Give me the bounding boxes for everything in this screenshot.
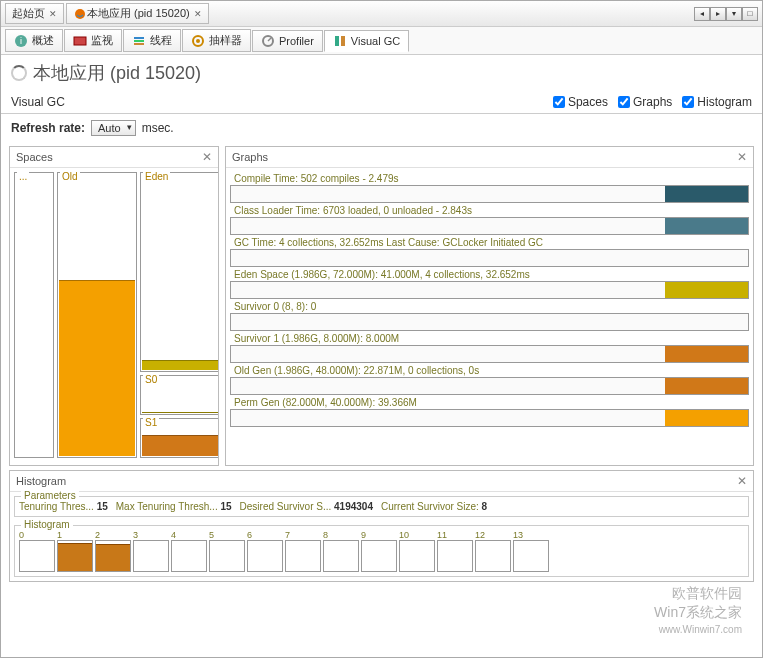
graph-label: GC Time: 4 collections, 32.652ms Last Ca… xyxy=(230,236,749,249)
histogram-bar: 1 xyxy=(57,530,93,572)
histogram-bar-label: 0 xyxy=(19,530,55,540)
group-label: Histogram xyxy=(21,519,73,530)
tab-label: 本地应用 (pid 15020) xyxy=(87,6,190,21)
check-label: Histogram xyxy=(697,95,752,109)
subtab-threads[interactable]: 线程 xyxy=(123,29,181,52)
histogram-bar-box xyxy=(57,540,93,572)
histogram-bar: 10 xyxy=(399,530,435,572)
param-item: Current Survivor Size: 8 xyxy=(381,501,487,512)
checkbox[interactable] xyxy=(682,96,694,108)
threads-icon xyxy=(132,34,146,48)
tab-label: 起始页 xyxy=(12,6,45,21)
tab-local-app[interactable]: 本地应用 (pid 15020) ✕ xyxy=(66,3,209,24)
refresh-label: Refresh rate: xyxy=(11,121,85,135)
next-button[interactable]: ▸ xyxy=(710,7,726,21)
subtab-overview[interactable]: i概述 xyxy=(5,29,63,52)
graph-bar xyxy=(230,313,749,331)
histogram-bar: 5 xyxy=(209,530,245,572)
svg-text:i: i xyxy=(20,36,22,46)
space-perm: ... xyxy=(14,172,54,458)
graph-bar xyxy=(230,377,749,395)
space-label: Eden xyxy=(143,171,170,182)
histogram-bar-fill xyxy=(96,544,130,571)
histogram-bar: 2 xyxy=(95,530,131,572)
check-label: Spaces xyxy=(568,95,608,109)
minimize-button[interactable]: ▾ xyxy=(726,7,742,21)
histogram-bar-box xyxy=(95,540,131,572)
monitor-icon xyxy=(73,34,87,48)
subtab-sampler[interactable]: 抽样器 xyxy=(182,29,251,52)
group-label: Parameters xyxy=(21,490,79,501)
close-icon[interactable]: ✕ xyxy=(49,9,57,19)
svg-rect-3 xyxy=(74,37,86,45)
close-icon[interactable]: ✕ xyxy=(194,9,202,19)
histogram-bar-label: 7 xyxy=(285,530,321,540)
sampler-icon xyxy=(191,34,205,48)
sub-tab-bar: i概述 监视 线程 抽样器 Profiler Visual GC xyxy=(1,27,762,55)
histogram-bar-box xyxy=(361,540,397,572)
graph-label: Survivor 0 (8, 8): 0 xyxy=(230,300,749,313)
histogram-bar: 3 xyxy=(133,530,169,572)
histogram-bar-label: 9 xyxy=(361,530,397,540)
prev-button[interactable]: ◂ xyxy=(694,7,710,21)
subtab-monitor[interactable]: 监视 xyxy=(64,29,122,52)
refresh-dropdown[interactable]: Auto xyxy=(91,120,136,136)
panel-title: Histogram xyxy=(16,475,66,487)
checkbox[interactable] xyxy=(553,96,565,108)
histogram-bar-label: 13 xyxy=(513,530,549,540)
param-item: Desired Survivor S... 4194304 xyxy=(240,501,373,512)
svg-rect-11 xyxy=(335,36,339,46)
check-graphs[interactable]: Graphs xyxy=(618,95,672,109)
close-icon[interactable]: ✕ xyxy=(737,150,747,164)
histogram-bar-box xyxy=(133,540,169,572)
subtab-label: Visual GC xyxy=(351,35,400,47)
histogram-bar-box xyxy=(285,540,321,572)
graph-label: Survivor 1 (1.986G, 8.000M): 8.000M xyxy=(230,332,749,345)
histogram-bar-label: 1 xyxy=(57,530,93,540)
checkbox[interactable] xyxy=(618,96,630,108)
space-label: S0 xyxy=(143,374,159,385)
histogram-bar: 13 xyxy=(513,530,549,572)
graph-bar xyxy=(230,409,749,427)
subtab-label: 监视 xyxy=(91,33,113,48)
page-title-row: 本地应用 (pid 15020) xyxy=(1,55,762,91)
histogram-bar-label: 5 xyxy=(209,530,245,540)
graph-label: Old Gen (1.986G, 48.000M): 22.871M, 0 co… xyxy=(230,364,749,377)
check-histogram[interactable]: Histogram xyxy=(682,95,752,109)
svg-point-0 xyxy=(75,9,85,19)
tab-start-page[interactable]: 起始页 ✕ xyxy=(5,3,64,24)
histogram-bar-fill xyxy=(58,543,92,572)
app-window: 起始页 ✕ 本地应用 (pid 15020) ✕ ◂ ▸ ▾ □ i概述 监视 … xyxy=(0,0,763,658)
histogram-bar: 12 xyxy=(475,530,511,572)
param-item: Tenuring Thres... 15 xyxy=(19,501,108,512)
space-s1: S1 xyxy=(140,418,218,458)
section-label: Visual GC xyxy=(11,95,65,109)
page-title: 本地应用 (pid 15020) xyxy=(33,61,201,85)
graph-item: Eden Space (1.986G, 72.000M): 41.000M, 4… xyxy=(230,268,749,299)
graph-fill xyxy=(665,186,748,202)
space-label: ... xyxy=(17,171,29,182)
space-fill xyxy=(142,360,218,370)
graph-label: Compile Time: 502 compiles - 2.479s xyxy=(230,172,749,185)
histogram-bar: 11 xyxy=(437,530,473,572)
histogram-bar-label: 6 xyxy=(247,530,283,540)
close-icon[interactable]: ✕ xyxy=(202,150,212,164)
graph-bar xyxy=(230,185,749,203)
histogram-bar: 8 xyxy=(323,530,359,572)
histogram-bar-box xyxy=(171,540,207,572)
subtab-profiler[interactable]: Profiler xyxy=(252,30,323,52)
graph-item: Class Loader Time: 6703 loaded, 0 unload… xyxy=(230,204,749,235)
maximize-button[interactable]: □ xyxy=(742,7,758,21)
subtab-visual-gc[interactable]: Visual GC xyxy=(324,30,409,52)
histogram-bar-label: 3 xyxy=(133,530,169,540)
graph-item: Compile Time: 502 compiles - 2.479s xyxy=(230,172,749,203)
graph-label: Eden Space (1.986G, 72.000M): 41.000M, 4… xyxy=(230,268,749,281)
graphs-panel: Graphs✕ Compile Time: 502 compiles - 2.4… xyxy=(225,146,754,466)
graph-fill xyxy=(665,410,748,426)
close-icon[interactable]: ✕ xyxy=(737,474,747,488)
check-spaces[interactable]: Spaces xyxy=(553,95,608,109)
space-label: Old xyxy=(60,171,80,182)
subtab-label: 抽样器 xyxy=(209,33,242,48)
histogram-bar-label: 12 xyxy=(475,530,511,540)
java-icon xyxy=(73,7,87,21)
